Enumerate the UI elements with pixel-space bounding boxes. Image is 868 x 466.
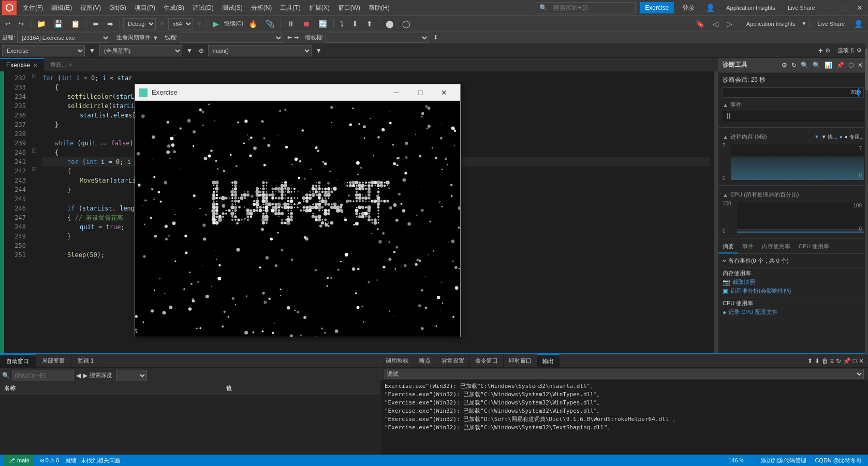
minimize-icon[interactable]: ─ bbox=[823, 4, 835, 12]
diag-scroll-area[interactable]: 诊断会话: 25 秒 20秒 ▲ 事件 ⏸ bbox=[718, 72, 868, 353]
command-tab[interactable]: 命令窗口 bbox=[470, 354, 504, 367]
menu-tools[interactable]: 工具(T) bbox=[276, 0, 304, 16]
stack-select[interactable] bbox=[326, 33, 429, 43]
bookmark-prev-icon[interactable]: ◁ bbox=[710, 20, 722, 28]
nav-dropdown3[interactable]: ▼ bbox=[314, 47, 324, 54]
output-close-icon[interactable]: ✕ bbox=[859, 357, 864, 365]
diag-close-icon[interactable]: ✕ bbox=[857, 61, 864, 70]
open-icon[interactable]: 📁 bbox=[34, 20, 49, 28]
auto-window-tab[interactable]: 自动窗口 bbox=[0, 354, 36, 367]
diag-scroll-thumb[interactable] bbox=[865, 49, 868, 90]
menu-project[interactable]: 项目(P) bbox=[130, 0, 159, 16]
step-out-icon[interactable]: ⬆ bbox=[363, 20, 376, 28]
events-section-title[interactable]: ▲ 事件 bbox=[723, 100, 864, 110]
save-icon[interactable]: 💾 bbox=[51, 20, 66, 28]
stack-nav-btn[interactable]: ⬇ bbox=[433, 34, 438, 41]
watch-tab[interactable]: 监视 1 bbox=[71, 354, 100, 367]
attach-icon[interactable]: 📎 bbox=[262, 20, 277, 28]
menu-view[interactable]: 视图(V) bbox=[76, 0, 105, 16]
exception-tab[interactable]: 异常设置 bbox=[436, 354, 470, 367]
diag-refresh-icon[interactable]: ↻ bbox=[790, 61, 798, 70]
login-item[interactable]: 登录 bbox=[678, 0, 699, 16]
scope-select[interactable]: Exercise bbox=[2, 45, 85, 56]
fold-btn-3[interactable]: ⊟ bbox=[30, 164, 38, 174]
output-tool5[interactable]: ↻ bbox=[836, 357, 841, 365]
win-minimize-btn[interactable]: ─ bbox=[385, 84, 408, 101]
menu-edit[interactable]: 编辑(E) bbox=[47, 0, 76, 16]
forward-icon[interactable]: ➡ bbox=[104, 20, 116, 28]
diag-settings-icon[interactable]: ⚙ bbox=[781, 61, 788, 70]
diag-pin-icon[interactable]: 📌 bbox=[835, 61, 845, 70]
diag-zoom-out-icon[interactable]: 🔍 bbox=[812, 61, 821, 70]
platform-select[interactable]: x64 bbox=[168, 18, 193, 29]
step-into-icon[interactable]: ⬇ bbox=[349, 20, 361, 28]
step-over-icon[interactable]: ⤵ bbox=[337, 20, 347, 28]
method-select[interactable]: main() bbox=[208, 45, 312, 56]
live-share-item[interactable]: Live Share bbox=[784, 0, 819, 16]
main-search-input[interactable] bbox=[549, 2, 632, 13]
search-depth-select[interactable] bbox=[116, 370, 147, 381]
redo-icon[interactable]: ↪ bbox=[16, 20, 27, 27]
search-next-icon[interactable]: ▶ bbox=[83, 372, 87, 379]
errors-indicator[interactable]: ⊗ 0 ⚠ 0 bbox=[38, 457, 61, 464]
diag-chart-icon[interactable]: 📊 bbox=[823, 61, 833, 70]
output-content[interactable]: Exercise.exe"(Win32): 已加载"C:\Windows\Sys… bbox=[380, 380, 868, 455]
output-tool1[interactable]: ⬆ bbox=[807, 357, 813, 365]
tab-events[interactable]: 事件 bbox=[738, 240, 758, 253]
exercise-button[interactable]: Exercise bbox=[640, 2, 674, 13]
zoom-level[interactable]: 146 % bbox=[726, 457, 746, 463]
tab-memory-usage[interactable]: 内存使用率 bbox=[758, 240, 795, 253]
lifecycle-btn[interactable]: ▼ bbox=[153, 35, 158, 41]
save-all-icon[interactable]: 📋 bbox=[68, 20, 83, 28]
diag-vscroll[interactable] bbox=[865, 43, 868, 354]
csdn-link[interactable]: CQDN @比特冬哥 bbox=[813, 457, 864, 464]
tab-cpu-usage[interactable]: CPU 使用率 bbox=[795, 240, 833, 253]
output-maximize-icon[interactable]: □ bbox=[853, 357, 857, 365]
app-insights-item[interactable]: Application Insights bbox=[722, 0, 779, 16]
back-icon[interactable]: ⬅ bbox=[90, 20, 102, 28]
win-close-btn[interactable]: ✕ bbox=[432, 84, 456, 101]
scope2-select[interactable]: (全局范围) bbox=[99, 45, 182, 56]
restart-icon[interactable]: 🔄 bbox=[315, 20, 330, 28]
nav-dropdown1[interactable]: ▼ bbox=[87, 47, 97, 54]
nav-btn1[interactable]: ⬅ bbox=[287, 34, 292, 41]
win-maximize-btn[interactable]: □ bbox=[408, 84, 432, 101]
file-tab-inactive[interactable]: 重新... ✕ bbox=[44, 58, 79, 71]
capture-btn[interactable]: 截取快照 bbox=[732, 278, 755, 286]
output-tool4[interactable]: ≡ bbox=[830, 357, 834, 365]
undo-icon[interactable]: ↩ bbox=[2, 20, 13, 27]
menu-extensions[interactable]: 扩展(X) bbox=[305, 0, 334, 16]
file-tab2-close[interactable]: ✕ bbox=[68, 62, 72, 68]
breakpoints-tab[interactable]: 断点 bbox=[414, 354, 436, 367]
menu-build[interactable]: 生成(B) bbox=[159, 0, 188, 16]
continue-btn[interactable]: ▶ bbox=[210, 20, 222, 28]
settings-icon[interactable]: ⚙ bbox=[825, 47, 831, 54]
breakpoint-icon[interactable]: ⬤ bbox=[382, 20, 397, 28]
output-tab[interactable]: 输出 bbox=[537, 354, 560, 367]
maximize-icon[interactable]: □ bbox=[839, 4, 849, 12]
diag-zoom-in-icon[interactable]: 🔍 bbox=[800, 61, 810, 70]
thread-select[interactable] bbox=[180, 33, 283, 43]
cpu-title[interactable]: ▲ CPU (所有处理器的百分比) bbox=[723, 190, 864, 200]
tab-panel-settings-icon[interactable]: ⚙ bbox=[857, 47, 862, 54]
insights-dropdown[interactable]: ▼ bbox=[802, 21, 807, 26]
bookmark-icon[interactable]: 🔖 bbox=[693, 20, 708, 28]
output-tool2[interactable]: ⬇ bbox=[815, 357, 820, 365]
diag-maximize-icon[interactable]: ⬡ bbox=[847, 61, 855, 70]
user-icon[interactable]: 👤 bbox=[703, 4, 718, 12]
share-icon[interactable]: 👤 bbox=[851, 20, 866, 28]
add-btn[interactable]: + bbox=[818, 46, 823, 55]
immediate-tab[interactable]: 即时窗口 bbox=[504, 354, 537, 367]
local-vars-tab[interactable]: 局部变量 bbox=[36, 354, 71, 367]
live-share-toolbar[interactable]: Live Share bbox=[813, 16, 849, 32]
process-select[interactable]: [23164] Exercise.exe bbox=[17, 33, 110, 43]
close-icon[interactable]: ✕ bbox=[854, 4, 866, 12]
nav-btn2[interactable]: ➡ bbox=[294, 34, 299, 41]
debug-config-select[interactable]: Debug bbox=[123, 18, 156, 29]
tab-summary[interactable]: 摘要 bbox=[718, 240, 738, 253]
fold-btn-1[interactable]: ⊟ bbox=[30, 71, 38, 81]
output-pin-icon[interactable]: 📌 bbox=[843, 357, 851, 365]
menu-test[interactable]: 测试(S) bbox=[218, 0, 247, 16]
menu-analyze[interactable]: 分析(N) bbox=[247, 0, 276, 16]
menu-help[interactable]: 帮助(H) bbox=[364, 0, 394, 16]
